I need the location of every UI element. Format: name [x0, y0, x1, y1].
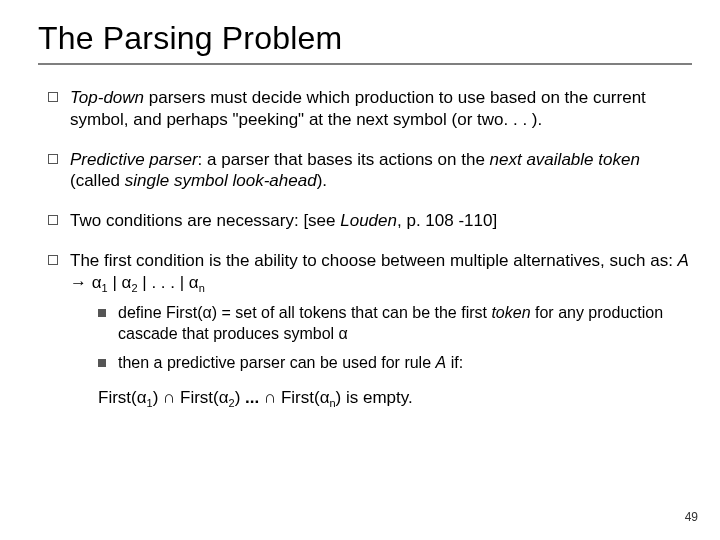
bullet-list: Top-down parsers must decide which produ… [48, 87, 692, 411]
bullet-text-3: Two conditions are necessary: [see Loude… [70, 210, 497, 232]
ftail: ) is empty. [336, 388, 413, 407]
s2-post: if: [446, 354, 463, 371]
b2-mid2: (called [70, 171, 125, 190]
title-wrap: The Parsing Problem [38, 20, 692, 65]
rule-lhs: A [678, 251, 689, 270]
first-open-1: First( [98, 388, 137, 407]
page-number: 49 [685, 510, 698, 524]
cap-icon-2: ∩ [264, 388, 276, 407]
fan: α [320, 388, 330, 407]
bullet-square-icon [48, 255, 58, 265]
term-top-down: Top-down [70, 88, 144, 107]
bullet-square-icon [48, 92, 58, 102]
b3-pre: Two conditions are necessary: [see [70, 211, 340, 230]
s1-pre: define First( [118, 304, 202, 321]
term-single-symbol-lookahead: single symbol look-ahead [125, 171, 317, 190]
slide-title: The Parsing Problem [38, 20, 692, 57]
sub-bullet-2-text: then a predictive parser can be used for… [118, 353, 463, 374]
b1-rest: parsers must decide which production to … [70, 88, 646, 129]
bullet-item-1: Top-down parsers must decide which produ… [48, 87, 692, 131]
term-predictive-parser: Predictive parser [70, 150, 198, 169]
rule-A: A [436, 354, 447, 371]
fc1: ) [153, 388, 163, 407]
arrow-icon: → [70, 273, 92, 292]
cap-icon-1: ∩ [163, 388, 175, 407]
s2-pre: then a predictive parser can be used for… [118, 354, 436, 371]
s1-mid: ) = set of all tokens that can be the fi… [212, 304, 492, 321]
sub-bullet-list: define First(α) = set of all tokens that… [98, 303, 692, 373]
b2-mid1: : a parser that bases its actions on the [198, 150, 490, 169]
alpha-2: α [122, 273, 132, 292]
first-open-n: First( [281, 388, 320, 407]
bullet-text-4: The first condition is the ability to ch… [70, 250, 692, 411]
sub-bullet-2: then a predictive parser can be used for… [98, 353, 692, 374]
fdots: ... [245, 388, 264, 407]
bullet-item-4: The first condition is the ability to ch… [48, 250, 692, 411]
slide: The Parsing Problem Top-down parsers mus… [0, 0, 720, 540]
bullet-text-1: Top-down parsers must decide which produ… [70, 87, 692, 131]
bar-1: | [108, 273, 122, 292]
fa2: α [219, 388, 229, 407]
final-condition: First(α1) ∩ First(α2) ... ∩ First(αn) is… [98, 387, 692, 410]
b3-post: , p. 108 -110] [397, 211, 497, 230]
alpha-n: α [189, 273, 199, 292]
fc2: ) [235, 388, 245, 407]
sub-bullet-1: define First(α) = set of all tokens that… [98, 303, 692, 345]
sub-bullet-square-icon [98, 359, 106, 367]
bullet-text-2: Predictive parser: a parser that bases i… [70, 149, 692, 193]
sub-bullet-square-icon [98, 309, 106, 317]
s1-alpha: α [202, 304, 211, 321]
term-token: token [491, 304, 530, 321]
s1-alpha-2: α [339, 325, 348, 342]
bullet-square-icon [48, 215, 58, 225]
bullet-item-3: Two conditions are necessary: [see Loude… [48, 210, 692, 232]
bullet-square-icon [48, 154, 58, 164]
b4-line1: The first condition is the ability to ch… [70, 251, 678, 270]
first-open-2: First( [180, 388, 219, 407]
bullet-item-2: Predictive parser: a parser that bases i… [48, 149, 692, 193]
sub-bullet-1-text: define First(α) = set of all tokens that… [118, 303, 692, 345]
b2-tail: ). [317, 171, 327, 190]
citation-louden: Louden [340, 211, 397, 230]
dots: | . . . | [138, 273, 189, 292]
alpha-1: α [92, 273, 102, 292]
term-next-available-token: next available token [490, 150, 640, 169]
sub-n: n [199, 282, 205, 294]
fa1: α [137, 388, 147, 407]
